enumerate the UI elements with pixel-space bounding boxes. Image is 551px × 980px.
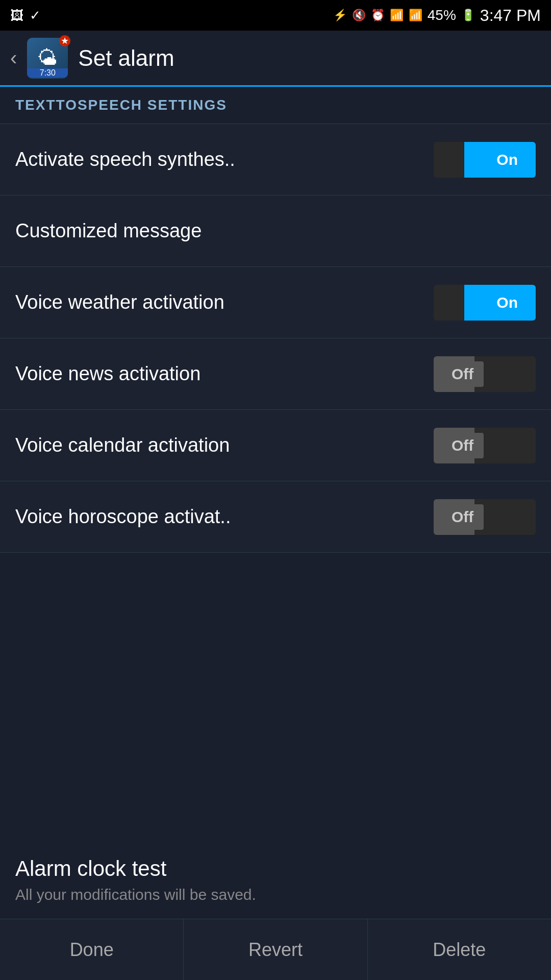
check-icon: ✓ [30,8,41,23]
setting-item-voice-horoscope[interactable]: Voice horoscope activat.. Off [0,481,551,553]
status-time: 3:47 PM [480,6,541,25]
delete-button[interactable]: Delete [368,919,551,980]
app-icon: 🌤 ★ 7:30 [27,38,68,79]
battery-icon: 🔋 [461,9,475,22]
back-button[interactable]: ‹ [10,46,17,69]
status-bar-left-icons: 🖼 ✓ [10,0,41,31]
alarm-test-section: Alarm clock test All your modifications … [0,836,551,919]
main-content: TEXTTOSPEECH SETTINGS Activate speech sy… [0,87,551,827]
image-icon: 🖼 [10,8,23,23]
alarm-icon: ⏰ [371,9,385,22]
setting-item-voice-news[interactable]: Voice news activation Off [0,338,551,410]
setting-label-voice-horoscope: Voice horoscope activat.. [15,506,231,528]
setting-item-customized-message[interactable]: Customized message [0,195,551,267]
page-title: Set alarm [78,45,174,71]
section-header: TEXTTOSPEECH SETTINGS [0,87,551,124]
status-bar-right-icons: ⚡ 🔇 ⏰ 📶 📶 45% 🔋 3:47 PM [333,6,541,25]
bottom-buttons: Done Revert Delete [0,919,551,980]
bottom-area: Alarm clock test All your modifications … [0,836,551,980]
bluetooth-icon: ⚡ [333,9,347,22]
action-bar: ‹ 🌤 ★ 7:30 Set alarm [0,31,551,87]
toggle-on-label-activate-speech: On [486,147,528,173]
toggle-off-label-voice-calendar: Off [441,433,484,458]
setting-label-customized-message: Customized message [15,220,202,242]
app-icon-weather-emoji: 🌤 [37,46,58,69]
alarm-test-title: Alarm clock test [15,856,536,881]
setting-item-activate-speech[interactable]: Activate speech synthes.. On [0,124,551,195]
revert-button[interactable]: Revert [184,919,367,980]
setting-label-voice-calendar: Voice calendar activation [15,434,230,456]
toggle-on-label-voice-weather: On [486,290,528,315]
toggle-voice-calendar[interactable]: Off [434,428,536,463]
wifi-icon: 📶 [390,9,404,22]
setting-label-voice-weather: Voice weather activation [15,291,224,313]
toggle-voice-weather[interactable]: On [434,285,536,321]
done-button[interactable]: Done [0,919,184,980]
setting-label-voice-news: Voice news activation [15,363,201,385]
app-icon-badge: ★ [59,35,70,46]
setting-item-voice-weather[interactable]: Voice weather activation On [0,267,551,338]
battery-percent: 45% [428,7,456,23]
app-icon-time: 7:30 [27,68,68,78]
toggle-off-label-voice-news: Off [441,361,484,387]
mute-icon: 🔇 [352,9,366,22]
setting-label-activate-speech: Activate speech synthes.. [15,149,235,170]
setting-item-voice-calendar[interactable]: Voice calendar activation Off [0,410,551,481]
toggle-activate-speech[interactable]: On [434,142,536,178]
status-bar: 🖼 ✓ ⚡ 🔇 ⏰ 📶 📶 45% 🔋 3:47 PM [0,0,551,31]
toggle-voice-news[interactable]: Off [434,356,536,392]
toggle-voice-horoscope[interactable]: Off [434,499,536,535]
signal-icon: 📶 [409,9,422,22]
alarm-test-subtitle: All your modifications will be saved. [15,886,536,903]
toggle-off-label-voice-horoscope: Off [441,504,484,530]
section-header-text: TEXTTOSPEECH SETTINGS [15,97,227,113]
